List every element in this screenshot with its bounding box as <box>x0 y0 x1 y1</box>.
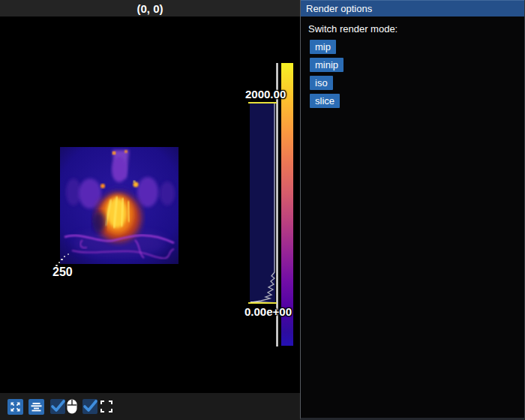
marker-dot <box>58 262 60 263</box>
histogram-box[interactable] <box>250 104 275 304</box>
levels-icon <box>31 402 42 412</box>
mode-button-iso[interactable]: iso <box>310 76 333 90</box>
axis-tick-label: 250 <box>52 266 73 279</box>
marker-dot <box>64 256 65 257</box>
viewport-toolbar <box>0 393 300 420</box>
viewport-title: (0, 0) <box>0 0 300 16</box>
reset-camera-button[interactable] <box>8 399 23 415</box>
range-min-label: 0.00e+00 <box>244 305 292 318</box>
expand-arrows-icon <box>10 402 20 412</box>
panel-header: Render options <box>301 0 524 16</box>
check-icon <box>50 399 66 414</box>
slider-track-line <box>276 63 278 346</box>
mode-button-mip[interactable]: mip <box>310 40 336 54</box>
marker-dot <box>68 254 69 255</box>
volume-mip-image <box>60 147 178 264</box>
colormap-gradient-bar <box>281 63 293 346</box>
mouse-icon <box>67 399 77 414</box>
check-icon <box>82 399 98 414</box>
gaussian-bottom-line <box>248 302 277 304</box>
mouse-interaction-label[interactable] <box>67 399 77 414</box>
histogram-curve <box>250 104 275 304</box>
app-window: (0, 0) <box>0 0 525 420</box>
mode-button-minip[interactable]: minip <box>310 58 344 72</box>
render-options-panel: Render options Switch render mode: mip m… <box>300 0 525 420</box>
mode-button-slice[interactable]: slice <box>310 94 340 108</box>
render-view-panel: (0, 0) <box>0 0 300 420</box>
fullscreen-corners-icon <box>100 400 112 412</box>
shadow-checkbox[interactable] <box>50 399 65 414</box>
colormap-preset-button[interactable] <box>28 399 44 415</box>
panel-body: Switch render mode: mip minip iso slice <box>301 16 524 117</box>
volume-viewport[interactable]: 250 2000.00 0.00e+00 <box>0 16 300 393</box>
fullscreen-label[interactable] <box>100 400 112 412</box>
render-mode-prompt: Switch render mode: <box>308 23 517 34</box>
range-max-label: 2000.00 <box>245 88 286 100</box>
volume-rendering[interactable] <box>60 147 178 264</box>
fullscreen-checkbox[interactable] <box>82 399 98 414</box>
marker-dot <box>61 259 63 260</box>
